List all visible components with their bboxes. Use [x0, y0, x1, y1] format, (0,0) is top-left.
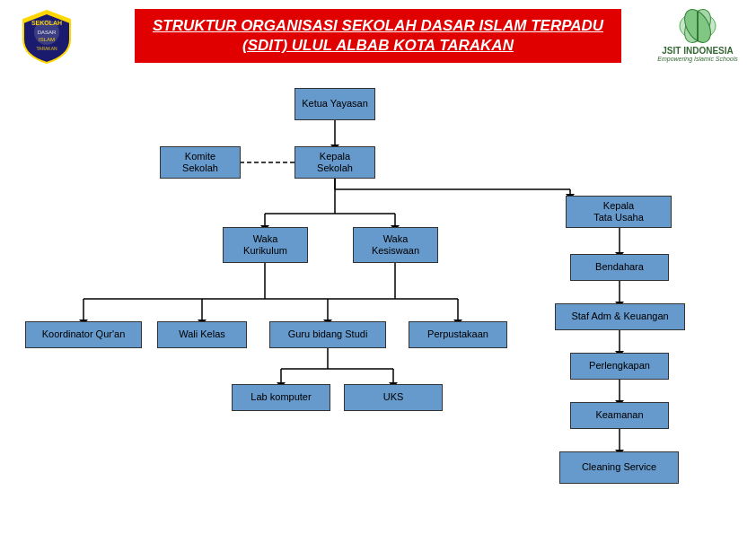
- node-cleaning-service: Cleaning Service: [559, 451, 679, 484]
- node-waka-kurikulum: WakaKurikulum: [223, 227, 308, 263]
- jsit-name: JSIT INDONESIA: [662, 46, 733, 56]
- page: SEKOLAH DASAR ISLAM TARAKAN STRUKTUR ORG…: [0, 0, 756, 534]
- node-bendahara: Bendahara: [570, 254, 669, 281]
- chart-area: Ketua Yayasan KomiteSekolah KepalaSekola…: [0, 79, 756, 534]
- node-komite-sekolah: KomiteSekolah: [160, 146, 241, 179]
- node-wali-kelas: Wali Kelas: [157, 321, 247, 348]
- svg-text:DASAR: DASAR: [38, 30, 57, 35]
- title-block: STRUKTUR ORGANISASI SEKOLAH DASAR ISLAM …: [135, 9, 621, 63]
- node-keamanan: Keamanan: [570, 402, 669, 429]
- node-waka-kesiswaan: WakaKesiswaan: [353, 227, 438, 263]
- node-staf-adm: Staf Adm & Keuangan: [555, 303, 685, 330]
- node-kepala-sekolah: KepalaSekolah: [294, 146, 375, 179]
- node-guru-bidang-studi: Guru bidang Studi: [269, 321, 386, 348]
- title-line2: (SDIT) ULUL ALBAB KOTA TARAKAN: [153, 36, 603, 56]
- logo-right: JSIT INDONESIA Empowering Islamic School…: [657, 7, 738, 66]
- node-ketua-yayasan: Ketua Yayasan: [294, 88, 375, 120]
- jsit-tagline: Empowering Islamic Schools: [657, 56, 737, 62]
- node-kepala-tata-usaha: KepalaTata Usaha: [566, 196, 672, 228]
- node-uks: UKS: [344, 384, 443, 411]
- logo-left: SEKOLAH DASAR ISLAM TARAKAN: [18, 7, 81, 70]
- node-perpustakaan: Perpustakaan: [409, 321, 507, 348]
- svg-text:SEKOLAH: SEKOLAH: [31, 20, 62, 26]
- svg-text:TARAKAN: TARAKAN: [36, 46, 57, 51]
- title-line1: STRUKTUR ORGANISASI SEKOLAH DASAR ISLAM …: [153, 16, 603, 36]
- node-perlengkapan: Perlengkapan: [570, 353, 669, 380]
- header: SEKOLAH DASAR ISLAM TARAKAN STRUKTUR ORG…: [0, 0, 756, 67]
- node-koordinator-quran: Koordinator Qur'an: [25, 321, 142, 348]
- svg-text:ISLAM: ISLAM: [39, 37, 55, 42]
- node-lab-komputer: Lab komputer: [232, 384, 330, 411]
